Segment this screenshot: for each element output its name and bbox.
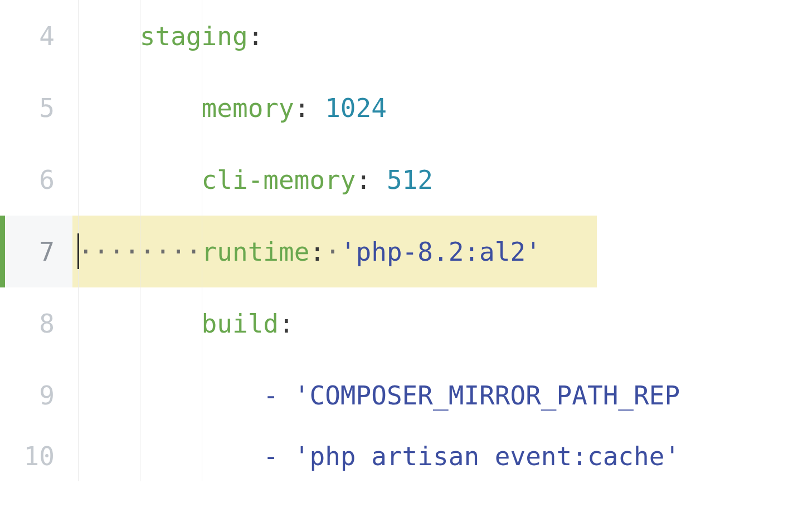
code-line[interactable]: 4 staging: [0,0,798,72]
code-content-area[interactable]: - 'php artisan event:cache' [72,431,798,481]
line-number: 10 [0,431,72,481]
code-text: staging: [78,21,263,51]
token-colon: : [294,93,310,123]
whitespace-dots: ········ [78,237,202,267]
token-str: 'php artisan event:cache' [294,441,680,471]
active-line-marker [0,216,5,287]
token-str: 'COMPOSER_MIRROR_PATH_REP [294,380,680,411]
code-content-area[interactable]: memory: 1024 [72,72,798,144]
token-num: 512 [387,165,433,195]
line-number: 4 [0,0,72,72]
token-key: staging [140,21,248,51]
code-content-area[interactable]: cli-memory: 512 [72,144,798,216]
text-cursor [77,233,79,269]
code-text: memory: 1024 [78,93,387,123]
token-colon: : [309,237,325,267]
code-line[interactable]: 8 build: [0,287,798,359]
code-content-area[interactable]: ········runtime:·'php-8.2:al2' [72,216,798,287]
token-dash: - [263,441,279,471]
token-dash: - [263,380,279,411]
token-plain [371,165,387,195]
line-number: 8 [0,287,72,359]
code-line[interactable]: 10 - 'php artisan event:cache' [0,431,798,481]
code-editor[interactable]: 4 staging:5 memory: 10246 cli-memory: 51… [0,0,798,532]
token-colon: : [356,165,372,195]
token-key: memory [202,93,294,123]
code-line[interactable]: 6 cli-memory: 512 [0,144,798,216]
code-text: ········runtime:·'php-8.2:al2' [78,237,541,267]
code-content-area[interactable]: build: [72,287,798,359]
token-plain [279,380,294,411]
token-key: runtime [202,237,310,267]
code-text: - 'COMPOSER_MIRROR_PATH_REP [78,380,680,411]
code-line[interactable]: 5 memory: 1024 [0,72,798,144]
code-line[interactable]: 7········runtime:·'php-8.2:al2' [0,216,798,287]
token-num: 1024 [325,93,387,123]
code-content-area[interactable]: staging: [72,0,798,72]
line-number: 7 [0,216,72,287]
line-number: 9 [0,359,72,431]
token-ws: · [325,237,340,267]
token-key: cli-memory [202,165,356,195]
token-plain [309,93,325,123]
token-colon: : [279,309,294,339]
token-colon: : [248,21,264,51]
line-number: 5 [0,72,72,144]
token-plain [279,441,294,471]
code-text: cli-memory: 512 [78,165,433,195]
line-number: 6 [0,144,72,216]
token-str: 'php-8.2:al2' [340,237,541,267]
code-line[interactable]: 9 - 'COMPOSER_MIRROR_PATH_REP [0,359,798,431]
code-content-area[interactable]: - 'COMPOSER_MIRROR_PATH_REP [72,359,798,431]
token-key: build [202,309,279,339]
code-text: - 'php artisan event:cache' [78,441,680,471]
code-text: build: [78,309,294,339]
